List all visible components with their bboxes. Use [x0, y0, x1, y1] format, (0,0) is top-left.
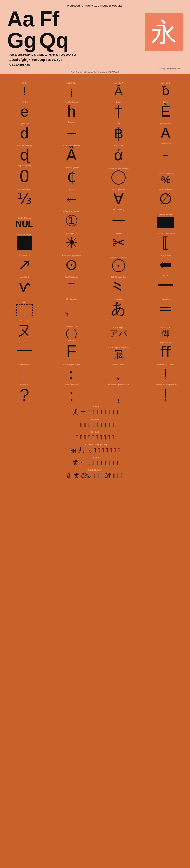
cell-punctuation: Punctuation - — [142, 142, 189, 163]
cell-misc-arrows: Misc Arrows ⬅ — [142, 251, 189, 273]
cell-latin-ext-d: Latin Ext D F — [48, 339, 95, 360]
cell-enclosed-cjk: Enclosed CJK (–) — [48, 317, 95, 338]
cell-super-sub: Super And Sub 0 — [1, 164, 48, 185]
cell-half-full-forms: Half And Full Forms ！ — [142, 361, 189, 382]
cell-latin1sup: Latin-1 Sup ¡ — [48, 76, 95, 98]
cell-cjk-compat: CJK Compat アパ — [95, 317, 142, 338]
grid-row-6: Number Forms ⅓ Arrows ← Math Operators ∀… — [1, 186, 189, 207]
cell-box-drawing: Box Drawing ─ — [95, 208, 142, 229]
cell-hiragana: Hiragana あ — [95, 295, 142, 316]
cell-modifier-letters: Modifier Letters h — [48, 98, 95, 119]
cell-misc-math-a: Misc Math Symbols A ⟦ — [142, 229, 189, 251]
cjk-compat-ideographs-sup-row: CJK Compat Ideographs Sup 丽 丸 乁 𠀀 𠀁 𠀂 𠀃 … — [1, 442, 189, 455]
cell-latin-ext-a: Latin Ext A Ā — [95, 76, 142, 98]
grid-row-10: Latin Ext C ⱱ Sup Punctuation ⁼ CJK Radi… — [1, 273, 189, 294]
cell-greek: Greek † — [95, 98, 142, 119]
cell-arrows: Arrows ← — [48, 186, 95, 207]
cell-diacriticals: Diacriticals For Symbols — [95, 164, 142, 185]
cjk-ext-l-row: CJK Ext L 𡦀 𡦁 𡦂 𡦃 𡦄 𡦅 𡦆 𡦇 𡦈 𡦉 — [1, 417, 189, 430]
cell-phonetic-ext: Phonetic Ext A — [142, 120, 189, 141]
cell-sup-arrows-b: Sup Arrows B ↗ — [1, 251, 48, 273]
glyph-grid: ASCII ! Latin-1 Sup ¡ Latin Ext A Ā Lati… — [0, 74, 190, 483]
grid-row-2: IPA Ext e Modifier Letters h Greek † Cyr… — [1, 98, 189, 119]
cell-currency: Currency Symbols ₵ — [48, 164, 95, 185]
grid-row-9: Sup Arrows B ↗ Misc Math Symbols B ⊙ Sup… — [1, 251, 189, 273]
cell-cjk-radicals-sup: CJK Radicals Sup ⺀ — [95, 273, 142, 294]
cell-small-forms: Small Forms ﹐ — [95, 361, 142, 382]
alphabet-section: ABCDEFGHIJKLMNOPQRSTUVWXYZ abcdefghijklm… — [5, 51, 185, 68]
kanji-char: 永 — [151, 19, 177, 45]
cjk-ext-d-row: CJK Ext D 𫠠 𫠡 𫠢 𫠣 𫠤 𫠥 𫠦 𫠧 𫠨 𫠩 — [1, 430, 189, 442]
cell-katakana-ext: Katakana Ext ヌ — [1, 317, 48, 338]
cell-phonetic-ext-sup: Phonetic Ext Sup ɖ — [1, 142, 48, 163]
cell-kana-sup: Kana Sup ? — [1, 382, 48, 404]
cell-cyrillic: Cyrillic È — [142, 98, 189, 119]
copyright: © Design by fontke.com — [5, 68, 185, 70]
cell-control-pictures: Control Pictures NUL — [1, 208, 48, 229]
grid-row-13: CJK 一 Latin Ext D F CJK Compat Ideograph… — [1, 339, 189, 360]
cell-misc-math-b: Misc Math Symbols B ⊙ — [48, 251, 95, 273]
cell-enclosed-alphanum-sup: Enclosed Alphanum Sup , — [95, 382, 142, 404]
grid-row-8: Geometric Shapes Misc Symbols ☀ Dingbats… — [1, 229, 189, 251]
cell-cjk: CJK 一 — [1, 339, 48, 360]
cell-latin-ext-b: Latin Ext B ƀ — [142, 76, 189, 98]
alphabet-lower: abcdefghijklmnopqrstuvwxyz — [9, 57, 181, 62]
grid-row-1: ASCII ! Latin-1 Sup ¡ Latin Ext A Ā Lati… — [1, 76, 189, 98]
cell-math-alphanum: Math Alphanum : — [48, 382, 95, 404]
cell-geometric-shapes: Geometric Shapes — [1, 229, 48, 251]
source: Font Source: http://www.fontke.com/font/… — [5, 70, 185, 74]
cell-misc-symbols: Misc Symbols ☀ — [48, 229, 95, 251]
cell-greek-ext: Greek Ext ά — [95, 142, 142, 163]
grid-row-11: Etc CJK Symbols 、 Hiragana あ Katakana ═ — [1, 295, 189, 316]
cell-number-forms: Number Forms ⅓ — [1, 186, 48, 207]
cell-enclosed-alphanum: Enclosed Alphanum ① — [48, 208, 95, 229]
cell-sup-punctuation: Sup Punctuation ⁼ — [48, 273, 95, 294]
letter-gg: Gg — [7, 30, 37, 51]
big-letters-row: Aa Ff Gg Qq 永 — [5, 8, 185, 51]
page-container: Rounded-X Mgen+ 1cp medium Regular Aa Ff… — [0, 0, 190, 483]
cell-letterlike: Letterlike Symbols ℀ — [142, 164, 189, 185]
grid-row-15: Kana Sup ? Math Alphanum : Enclosed Alph… — [1, 382, 189, 404]
cell-ipa-ext: IPA Ext e — [1, 98, 48, 119]
cell-cyrillic-sup: Cyrillic Sup d — [1, 120, 48, 141]
cell-cjk-compat-ideographs: CJK Compat Ideographs 龜 — [95, 339, 142, 360]
cell-latin-ext-c: Latin Ext C ⱱ — [1, 273, 48, 294]
cell-katakana: Katakana ═ — [142, 295, 189, 316]
grid-row-4: Phonetic Ext Sup ɖ Latin Ext Additional … — [1, 142, 189, 163]
cjk-last-row: CJK Ext B (cont) ð‚ 𠀋 ð‰ 𠀀 𠀁 𡠀 ð‡ 𫠀 𠀄 𠀅 — [1, 468, 189, 480]
grid-row-3: Cyrillic Sup d Hebrew – Thai ฿ Phonetic … — [1, 120, 189, 141]
cell-math-operators: Math Operators ∀ — [95, 186, 142, 207]
cell-kangxi: Kangxi 一 — [142, 273, 189, 294]
letter-ff: Ff — [39, 8, 69, 30]
digits: 0123456789 — [9, 62, 181, 67]
cell-alphabetic-pf: Alphabetic PF ﬀ — [142, 339, 189, 360]
cell-etc: Etc — [1, 295, 48, 316]
cell-sup-math-operators: Sup Math Operators — [95, 251, 142, 273]
cell-dingbats: Dingbats ✂ — [95, 229, 142, 251]
grid-row-14: Vertical Forms ︱ CJK Compat Forms ︰ Smal… — [1, 361, 189, 382]
grid-row-5: Super And Sub 0 Currency Symbols ₵ Diacr… — [1, 164, 189, 185]
cjk-ext-b-row: CJK Ext B 𠀋 𠂉 𠃍 𠄀 𠄢 𠅁 𠀒 𠂊 𡤿 𠂇 — [1, 404, 189, 417]
header-section: Rounded-X Mgen+ 1cp medium Regular Aa Ff… — [0, 0, 190, 74]
cell-misc-technical: Misc Technical ∅ — [142, 186, 189, 207]
cell-cjk-compat-forms: CJK Compat Forms ︰ — [48, 361, 95, 382]
cell-cjk-ext-a: CJK Ext A 㑢 — [142, 317, 189, 338]
cell-cjk-symbols: CJK Symbols 、 — [48, 295, 95, 316]
kanji-box: 永 — [145, 13, 183, 51]
letter-aa: Aa — [7, 8, 37, 30]
cell-latin-ext-additional: Latin Ext Additional Ȁ — [48, 142, 95, 163]
cell-enclosed-ideographic-sup: Enclosed Ideographic Sup ! — [142, 382, 189, 404]
cell-thai: Thai ฿ — [95, 120, 142, 141]
cell-block-elements: Block Elements — [142, 208, 189, 229]
grid-row-12: Katakana Ext ヌ Enclosed CJK (–) CJK Comp… — [1, 317, 189, 338]
cell-vertical-forms: Vertical Forms ︱ — [1, 361, 48, 382]
cjk-ext-b-bottom: CJK Ext B 𠀋 𠂉 𠃍 𠄀 𠄢 𠅁 𠀒 𠂊 𡤿 𠂇 — [1, 456, 189, 468]
cell-hebrew: Hebrew – — [48, 120, 95, 141]
grid-row-7: Control Pictures NUL Enclosed Alphanum ①… — [1, 208, 189, 229]
alphabet-upper: ABCDEFGHIJKLMNOPQRSTUVWXYZ — [9, 52, 181, 57]
letter-qq: Qq — [39, 30, 69, 51]
cell-ascii: ASCII ! — [1, 76, 48, 98]
big-letters-grid: Aa Ff Gg Qq — [7, 8, 69, 51]
